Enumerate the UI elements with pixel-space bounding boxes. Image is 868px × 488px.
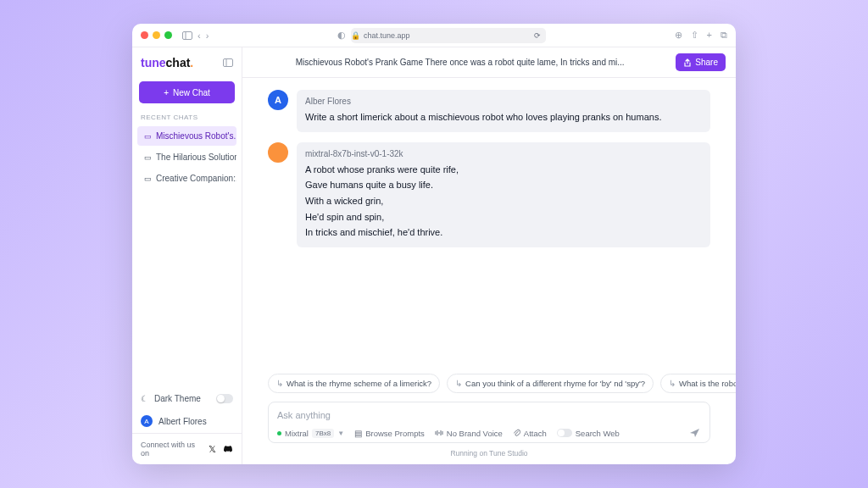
topbar: Mischievous Robot's Prank Game There onc…: [242, 47, 736, 78]
chat-item-label: Creative Companion:...: [156, 174, 236, 183]
arrow-icon: ↳: [455, 379, 462, 388]
message: AAlber FloresWrite a short limerick abou…: [268, 90, 710, 132]
suggestion-chip[interactable]: ↳What is the robot's: [660, 374, 736, 393]
new-chat-button[interactable]: + New Chat: [139, 81, 235, 103]
suggestion-text: What is the rhyme scheme of a limerick?: [287, 379, 431, 388]
nav-forward-icon[interactable]: ›: [206, 30, 209, 41]
share-icon: [683, 58, 692, 67]
share-button[interactable]: Share: [676, 53, 726, 71]
chat-item-label: Mischievous Robot's...: [156, 131, 236, 141]
chat-icon: ▭: [144, 175, 152, 183]
browse-prompts-button[interactable]: ▤ Browse Prompts: [354, 429, 425, 438]
sidebar-footer: Connect with us on 𝕏: [132, 433, 242, 464]
message-bubble: Alber FloresWrite a short limerick about…: [297, 90, 710, 132]
voice-icon: [435, 430, 443, 436]
sidebar-toggle-icon[interactable]: [182, 31, 192, 40]
prompts-icon: ▤: [354, 429, 362, 438]
model-name: Mixtral: [285, 429, 309, 438]
attach-label: Attach: [524, 429, 547, 438]
download-icon[interactable]: ⊕: [675, 30, 682, 41]
x-icon[interactable]: 𝕏: [209, 444, 216, 455]
messages-area: AAlber FloresWrite a short limerick abou…: [242, 78, 736, 369]
svg-rect-2: [224, 59, 233, 67]
user-avatar: A: [141, 415, 153, 427]
search-web-toggle[interactable]: Search Web: [557, 429, 620, 438]
chat-icon: ▭: [144, 153, 152, 162]
model-selector[interactable]: Mixtral 7Bx8 ▼: [277, 429, 344, 438]
message-text: Write a short limerick about a mischievo…: [305, 109, 702, 125]
chat-title: Mischievous Robot's Prank Game There onc…: [253, 58, 667, 67]
chat-item-label: The Hilarious Solution...: [156, 152, 236, 162]
message-input[interactable]: [277, 408, 701, 423]
plus-icon: +: [164, 88, 169, 97]
user-name: Albert Flores: [159, 417, 207, 426]
dark-theme-toggle[interactable]: [216, 394, 233, 403]
arrow-icon: ↳: [276, 379, 283, 388]
main-panel: Mischievous Robot's Prank Game There onc…: [242, 47, 736, 464]
message: mixtral-8x7b-inst-v0-1-32kA robot whose …: [268, 142, 710, 247]
message-author: Alber Flores: [305, 97, 702, 106]
brand: tunechat.: [132, 47, 242, 78]
suggestions-row: ↳What is the rhyme scheme of a limerick?…: [242, 369, 736, 398]
user-row[interactable]: A Albert Flores: [132, 409, 242, 433]
message-text: A robot whose pranks were quite rife, Ga…: [305, 162, 702, 241]
chevron-down-icon: ▼: [337, 430, 344, 437]
message-avatar: [268, 142, 288, 163]
sidebar-chat-item[interactable]: ▭Mischievous Robot's...: [137, 126, 236, 146]
discord-icon[interactable]: [223, 445, 233, 453]
shield-icon[interactable]: ◐: [337, 30, 346, 41]
app-window: ‹ › ◐ 🔒 chat.tune.app ⟳ ⊕ ⇧ + ⧉ tunechat…: [132, 24, 736, 464]
dark-theme-row[interactable]: ☾ Dark Theme: [132, 388, 242, 409]
sidebar: tunechat. + New Chat Recent Chats ▭Misch…: [132, 47, 242, 464]
share-label: Share: [695, 58, 718, 67]
tabs-icon[interactable]: ⧉: [721, 30, 727, 41]
sidebar-chat-item[interactable]: ▭The Hilarious Solution...: [137, 147, 236, 167]
new-tab-icon[interactable]: +: [707, 30, 712, 41]
nav-back-icon[interactable]: ‹: [198, 30, 201, 41]
minimize-window-button[interactable]: [153, 31, 160, 39]
lock-icon: 🔒: [351, 31, 360, 40]
suggestion-text: Can you think of a different rhyme for '…: [465, 379, 645, 388]
sidebar-chat-item[interactable]: ▭Creative Companion:...: [137, 169, 236, 188]
message-avatar: A: [268, 90, 288, 110]
status-dot-icon: [277, 431, 281, 435]
moon-icon: ☾: [141, 394, 148, 403]
url-text: chat.tune.app: [364, 31, 410, 40]
svg-rect-0: [183, 31, 192, 39]
new-chat-label: New Chat: [173, 88, 210, 97]
suggestion-chip[interactable]: ↳Can you think of a different rhyme for …: [447, 374, 654, 393]
model-tag: 7Bx8: [312, 429, 334, 438]
arrow-icon: ↳: [669, 379, 676, 388]
suggestion-text: What is the robot's: [679, 379, 736, 388]
browse-prompts-label: Browse Prompts: [365, 429, 425, 438]
connect-label: Connect with us on: [141, 441, 202, 458]
share-browser-icon[interactable]: ⇧: [691, 30, 698, 41]
search-web-label: Search Web: [576, 429, 620, 438]
suggestion-chip[interactable]: ↳What is the rhyme scheme of a limerick?: [268, 374, 440, 393]
message-author: mixtral-8x7b-inst-v0-1-32k: [305, 149, 702, 158]
brand-voice-button[interactable]: No Brand Voice: [435, 429, 503, 438]
close-window-button[interactable]: [141, 31, 148, 39]
reload-icon[interactable]: ⟳: [534, 31, 546, 40]
window-controls: [141, 31, 172, 39]
titlebar: ‹ › ◐ 🔒 chat.tune.app ⟳ ⊕ ⇧ + ⧉: [132, 24, 736, 47]
paperclip-icon: [513, 429, 520, 437]
search-toggle-icon: [557, 429, 572, 437]
message-bubble: mixtral-8x7b-inst-v0-1-32kA robot whose …: [297, 142, 710, 247]
collapse-sidebar-icon[interactable]: [223, 58, 233, 67]
logo: tunechat.: [141, 56, 193, 69]
chat-icon: ▭: [144, 132, 152, 141]
footer-note: Running on Tune Studio: [242, 445, 736, 464]
dark-theme-label: Dark Theme: [154, 394, 201, 403]
attach-button[interactable]: Attach: [513, 429, 547, 438]
brand-voice-label: No Brand Voice: [447, 429, 503, 438]
send-button[interactable]: [689, 427, 701, 439]
url-bar[interactable]: 🔒 chat.tune.app ⟳: [351, 28, 546, 43]
maximize-window-button[interactable]: [164, 31, 172, 39]
composer: Mixtral 7Bx8 ▼ ▤ Browse Prompts: [268, 402, 710, 443]
recent-chats-label: Recent Chats: [132, 110, 242, 125]
